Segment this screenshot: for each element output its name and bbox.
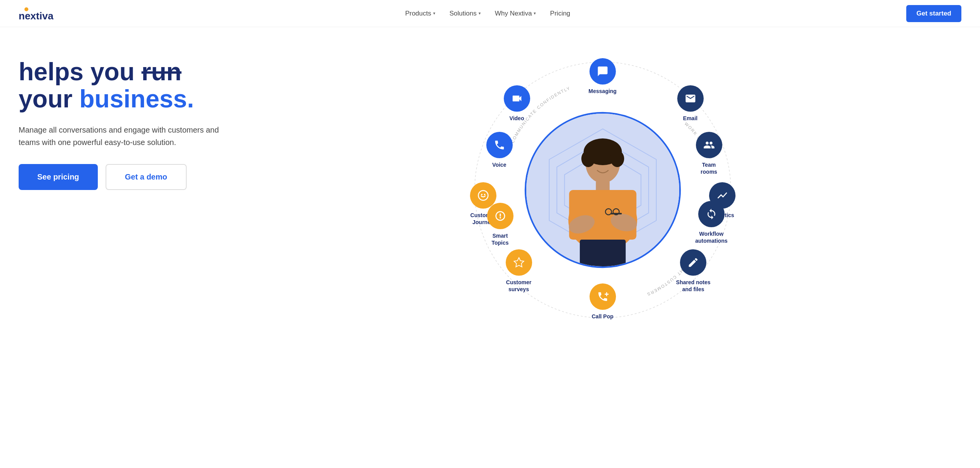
- chevron-down-icon: ▾: [534, 11, 536, 16]
- nav-why-nextiva[interactable]: Why Nextiva ▾: [495, 10, 536, 17]
- logo-svg: nextiva: [19, 6, 69, 21]
- node-smart-topics[interactable]: SmartTopics: [487, 203, 513, 246]
- svg-point-31: [478, 191, 488, 200]
- node-video[interactable]: Video: [504, 85, 530, 122]
- helps-you-label: helps you: [19, 58, 142, 86]
- nav-products[interactable]: Products ▾: [405, 10, 435, 17]
- svg-point-32: [481, 194, 482, 195]
- node-voice[interactable]: Voice: [486, 132, 513, 168]
- call-pop-icon: [590, 283, 616, 310]
- node-customer-surveys[interactable]: Customersurveys: [506, 249, 532, 293]
- nav-pricing[interactable]: Pricing: [550, 10, 570, 17]
- logo[interactable]: nextiva: [19, 6, 69, 21]
- svg-text:nextiva: nextiva: [19, 10, 54, 21]
- run-word: run: [142, 58, 182, 86]
- node-call-pop[interactable]: Call Pop: [590, 283, 616, 320]
- person-illustration: [526, 114, 679, 266]
- email-icon: [677, 85, 704, 112]
- center-photo: [525, 112, 680, 268]
- svg-point-29: [610, 150, 624, 167]
- hero-buttons: See pricing Get a demo: [19, 164, 244, 190]
- customer-surveys-icon: [506, 249, 532, 276]
- node-messaging[interactable]: Messaging: [588, 58, 616, 95]
- svg-marker-35: [514, 257, 524, 267]
- team-rooms-icon: [696, 132, 722, 158]
- voice-icon: [486, 132, 513, 158]
- get-started-button[interactable]: Get started: [906, 5, 961, 22]
- nav-solutions[interactable]: Solutions ▾: [449, 10, 481, 17]
- svg-rect-30: [579, 240, 625, 266]
- svg-rect-22: [610, 213, 622, 214]
- svg-point-33: [484, 194, 485, 195]
- see-pricing-button[interactable]: See pricing: [19, 164, 98, 190]
- business-word: business.: [79, 85, 194, 113]
- nav-links: Products ▾ Solutions ▾ Why Nextiva ▾ Pri…: [405, 10, 570, 17]
- svg-point-28: [581, 150, 595, 167]
- chevron-down-icon: ▾: [479, 11, 481, 16]
- diagram-container: COMMUNICATE CONFIDENTLY WORK SMARTER DEL…: [467, 54, 739, 326]
- chevron-down-icon: ▾: [433, 11, 435, 16]
- svg-rect-17: [596, 181, 609, 191]
- node-shared-notes[interactable]: Shared notesand files: [676, 249, 711, 293]
- smart-topics-icon: [487, 203, 513, 229]
- hero-subtext: Manage all conversations and engage with…: [19, 124, 220, 149]
- messaging-icon: [589, 58, 616, 85]
- hero-section: Software that helps you simplify helps y…: [0, 27, 980, 468]
- hero-left: Software that helps you simplify helps y…: [19, 50, 244, 190]
- node-team-rooms[interactable]: Teamrooms: [696, 132, 722, 175]
- hero-diagram: COMMUNICATE CONFIDENTLY WORK SMARTER DEL…: [244, 43, 961, 337]
- node-workflow[interactable]: Workflowautomations: [695, 201, 727, 244]
- get-demo-button[interactable]: Get a demo: [106, 164, 187, 190]
- shared-notes-icon: [680, 249, 706, 276]
- node-email[interactable]: Email: [677, 85, 704, 122]
- video-icon: [504, 85, 530, 112]
- navbar: nextiva Products ▾ Solutions ▾ Why Nexti…: [0, 0, 980, 27]
- workflow-icon: [698, 201, 725, 227]
